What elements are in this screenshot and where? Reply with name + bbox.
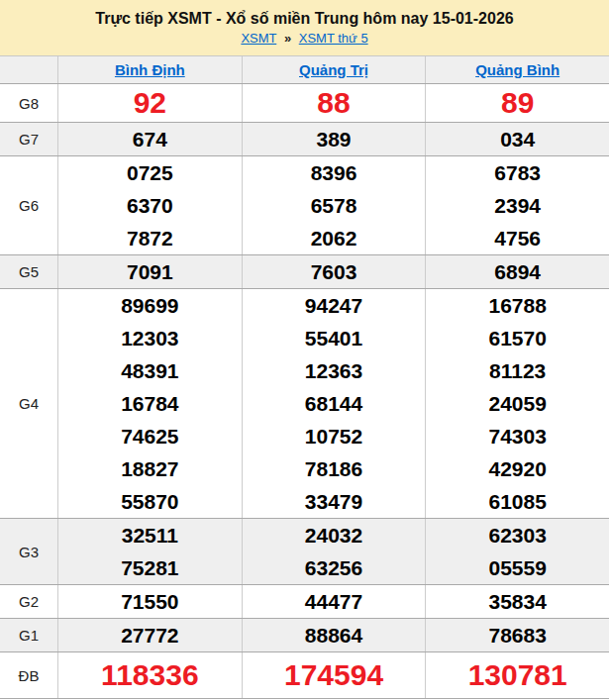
prize-value: 12363 [305,354,362,387]
prize-value: 55401 [305,322,362,354]
prize-row-g3: G3325117528124032632566230305559 [0,518,609,584]
prize-value: 88 [317,85,350,121]
banner: Trực tiếp XSMT - Xổ số miền Trung hôm na… [0,0,609,56]
prize-values-col-0: 674 [58,123,242,155]
prize-value: 62303 [488,519,546,551]
prize-label: G4 [0,289,58,518]
prize-label: G1 [0,619,58,651]
prize-value: 4756 [494,222,541,254]
prize-label: G7 [0,123,58,155]
breadcrumb-link-xsmt[interactable]: XSMT [241,31,276,46]
prize-label: G8 [0,84,58,122]
prize-value: 24032 [305,519,362,551]
prize-values-col-1: 94247554011236368144107527818633479 [242,289,426,518]
prize-values-col-1: 7603 [242,255,426,288]
prize-values-col-1: 839665782062 [242,156,426,254]
prize-value: 42920 [488,452,546,485]
prize-row-g8: G8928889 [0,83,609,122]
prize-value: 44477 [305,585,362,618]
prize-values-col-2: 130781 [425,652,609,698]
prize-value: 24059 [488,387,546,420]
prize-values-col-0: 89699123034839116784746251882755870 [58,289,242,518]
corner-cell [0,56,58,83]
prize-value: 92 [134,85,166,121]
prize-value: 89699 [121,289,178,322]
prize-row-db: ĐB118336174594130781 [0,651,609,698]
prize-rows-container: G8928889G7674389034G60725637078728396657… [0,83,609,698]
prize-values-col-2: 78683 [425,619,609,651]
prize-label: G6 [0,156,58,254]
prize-value: 10752 [305,420,362,452]
prize-values-col-1: 44477 [242,585,426,618]
prize-value: 89 [501,85,534,121]
prize-row-g6: G6072563707872839665782062678323944756 [0,155,609,254]
prize-value: 6370 [127,189,173,222]
prize-values-col-0: 92 [58,84,242,122]
prize-value: 2062 [311,222,357,254]
prize-row-g5: G5709176036894 [0,254,609,288]
prize-value: 78683 [488,619,546,651]
prize-label: G3 [0,519,58,584]
results-table: Bình Định Quảng Trị Quảng Bình G8928889G… [0,56,609,699]
table-header-row: Bình Định Quảng Trị Quảng Bình [0,56,609,83]
prize-label: ĐB [0,652,58,698]
prize-value: 68144 [305,387,362,420]
province-link-binh-dinh[interactable]: Bình Định [115,61,185,78]
prize-value: 74625 [121,420,178,452]
province-header-quang-tri: Quảng Trị [242,56,426,83]
prize-value: 78186 [305,452,362,485]
province-link-quang-binh[interactable]: Quảng Bình [475,61,559,78]
prize-value: 35834 [488,585,546,618]
prize-value: 33479 [305,485,362,518]
prize-value: 130781 [468,657,567,693]
province-header-binh-dinh: Bình Định [58,56,242,83]
prize-value: 74303 [488,420,546,452]
prize-value: 6894 [494,255,541,288]
prize-values-col-2: 35834 [425,585,609,618]
prize-values-col-1: 88864 [242,619,426,651]
prize-values-col-2: 034 [425,123,609,155]
breadcrumb: XSMT » XSMT thứ 5 [241,31,367,46]
prize-label: G2 [0,585,58,618]
prize-values-col-1: 174594 [242,652,426,698]
prize-values-col-1: 389 [242,123,426,155]
prize-value: 81123 [489,354,546,387]
prize-value: 0725 [127,156,173,189]
breadcrumb-link-xsmt-thu-5[interactable]: XSMT thứ 5 [299,31,368,46]
breadcrumb-separator: » [284,31,291,46]
prize-value: 174594 [284,657,383,693]
prize-value: 75281 [121,551,178,584]
prize-value: 55870 [121,485,178,518]
prize-values-col-0: 072563707872 [58,156,242,254]
prize-values-col-0: 7091 [58,255,242,288]
prize-value: 32511 [122,519,178,551]
prize-value: 71550 [121,585,178,618]
prize-value: 61085 [488,485,546,518]
prize-values-col-2: 6230305559 [425,519,609,584]
prize-value: 63256 [305,551,362,584]
prize-values-col-0: 3251175281 [58,519,242,584]
prize-value: 7603 [311,255,357,288]
prize-value: 18827 [121,452,178,485]
prize-values-col-0: 71550 [58,585,242,618]
prize-values-col-0: 27772 [58,619,242,651]
prize-value: 94247 [305,289,362,322]
prize-value: 16788 [488,289,546,322]
prize-value: 27772 [121,619,178,651]
prize-value: 034 [500,123,535,155]
province-link-quang-tri[interactable]: Quảng Trị [299,61,368,78]
prize-value: 6578 [311,189,357,222]
prize-value: 88864 [305,619,362,651]
prize-value: 118336 [101,657,198,693]
prize-row-g1: G1277728886478683 [0,618,609,651]
prize-value: 389 [316,123,351,155]
prize-value: 05559 [488,551,546,584]
prize-row-g7: G7674389034 [0,122,609,155]
prize-value: 7872 [127,222,173,254]
prize-value: 2394 [494,189,541,222]
prize-value: 12303 [121,322,178,354]
prize-value: 48391 [121,354,178,387]
prize-values-col-1: 88 [242,84,426,122]
prize-values-col-2: 678323944756 [425,156,609,254]
prize-row-g4: G489699123034839116784746251882755870942… [0,288,609,518]
